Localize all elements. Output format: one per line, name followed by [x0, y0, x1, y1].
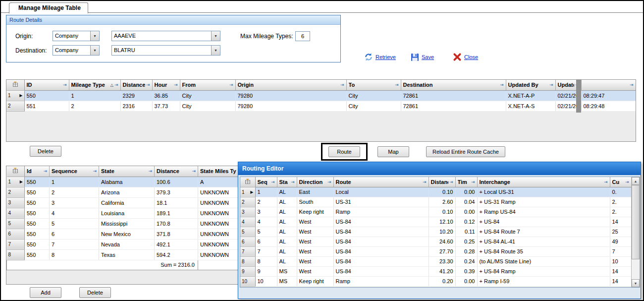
table-row[interactable]: 33ALKeep rightRamp0.100.00+ Ramp US-842.	[240, 207, 631, 217]
table-row[interactable]: 1▶5501232936.85City79280City72861X.NET-A…	[6, 90, 636, 101]
column-header-sequence[interactable]: Sequence⇥	[50, 166, 99, 177]
routing-grid[interactable]: Seq⇥Sta⇥Direction⇥Route⇥Distanc⇥Tim⇥Inte…	[240, 177, 640, 288]
row-selector[interactable]: 7	[7, 239, 25, 249]
table-row[interactable]: 99MSWestUS-8441.200.39+ US-84 Ramp14	[240, 266, 631, 276]
table-row[interactable]: 55ALWestUS-8410.200.11+ US-84 Route 725	[240, 227, 631, 237]
column-header-hour[interactable]: Hour⇥	[152, 80, 180, 90]
column-header-distanc[interactable]: Distanc⇥	[429, 177, 455, 187]
column-header-direction[interactable]: Direction⇥	[297, 177, 333, 187]
column-filter-icon[interactable]: ⇥	[471, 180, 475, 184]
column-filter-icon[interactable]: ⇥	[93, 169, 97, 174]
column-filter-icon[interactable]: ⇥	[340, 82, 344, 87]
row-selector[interactable]: 6	[7, 229, 25, 239]
chevron-down-icon[interactable]: ▼	[90, 46, 99, 55]
column-filter-icon[interactable]: ⇥	[630, 82, 634, 87]
scroll-thumb[interactable]	[632, 185, 640, 259]
column-header-cu[interactable]: Cu⇥	[610, 177, 631, 187]
column-filter-icon[interactable]: ⇥	[395, 82, 399, 87]
close-button[interactable]: Close	[453, 52, 478, 62]
column-header-id[interactable]: ID⇥	[24, 80, 69, 90]
column-filter-icon[interactable]: ⇥	[271, 180, 275, 184]
row-selector[interactable]: 8	[7, 249, 25, 260]
row-selector[interactable]: 2	[240, 197, 255, 207]
column-filter-icon[interactable]: ⇥	[148, 169, 152, 174]
row-selector[interactable]: 2	[6, 101, 24, 111]
grid-selector-header[interactable]	[240, 177, 255, 187]
column-header-updated-by[interactable]: Updated By⇥	[506, 80, 555, 90]
row-selector[interactable]: 1▶	[240, 187, 255, 197]
row-selector[interactable]: 4	[7, 208, 25, 218]
add-button[interactable]: Add	[30, 287, 61, 298]
table-row[interactable]: 25512231637.73City79280City72861X.NET-A-…	[6, 101, 636, 111]
row-selector[interactable]: 6	[240, 237, 255, 246]
row-selector[interactable]: 1▶	[7, 177, 25, 187]
grid-selector-header[interactable]	[7, 166, 25, 177]
reload-route-cache-button[interactable]: Reload Entire Route Cache	[426, 146, 505, 157]
table-row[interactable]: 66ALWestUS-8424.600.25+ US-84 AL-4149	[240, 237, 631, 246]
column-header-blank[interactable]: ⇥	[581, 80, 636, 90]
column-header-mileage-type[interactable]: Mileage Type△⇥	[69, 80, 120, 90]
row-selector[interactable]: 10	[240, 276, 255, 286]
column-filter-icon[interactable]: ⇥	[423, 180, 427, 184]
chevron-down-icon[interactable]: ▼	[211, 46, 220, 55]
destination-code-combo[interactable]: BLATRU ▼	[111, 45, 220, 56]
row-selector[interactable]: 5	[7, 218, 25, 229]
column-filter-icon[interactable]: ⇥	[291, 180, 295, 184]
column-filter-icon[interactable]: ⇥	[625, 180, 629, 184]
chevron-down-icon[interactable]: ▼	[211, 31, 220, 41]
retrieve-button[interactable]: Retrieve	[364, 52, 396, 62]
row-selector[interactable]: 5	[240, 227, 255, 237]
column-filter-icon[interactable]: ⇥	[43, 169, 47, 174]
table-row[interactable]: 44ALWestUS-8412.100.12+ US-8414	[240, 217, 631, 227]
column-header-origin[interactable]: Origin⇥	[235, 80, 346, 90]
column-header-interchange[interactable]: Interchange⇥	[477, 177, 610, 187]
delete-bottom-button[interactable]: Delete	[79, 287, 111, 298]
row-selector[interactable]: 2	[7, 187, 25, 197]
column-header-sta[interactable]: Sta⇥	[277, 177, 297, 187]
origin-type-select[interactable]: Company ▼	[53, 31, 100, 41]
table-row[interactable]: 22ALSouthUS-312.600.04+ US-31 Ramp2.	[240, 197, 631, 207]
vertical-scrollbar[interactable]: ▲ ▼	[631, 177, 640, 287]
map-button[interactable]: Map	[377, 146, 409, 157]
tab-manage-mileage-table[interactable]: Manage Mileage Table	[9, 2, 88, 13]
scroll-up-button[interactable]: ▲	[632, 177, 640, 185]
table-row[interactable]: 88ALWestUS-8423.300.24(to AL/MS State Li…	[240, 256, 631, 266]
column-filter-icon[interactable]: ⇥	[174, 82, 178, 87]
column-header-route[interactable]: Route⇥	[333, 177, 429, 187]
scroll-down-button[interactable]: ▼	[632, 279, 640, 287]
table-row[interactable]: 1010MSKeep rightRamp0.200.00+ Ramp I-591…	[240, 276, 631, 286]
column-header-to[interactable]: To⇥	[346, 80, 401, 90]
row-selector[interactable]: 8	[240, 256, 255, 266]
route-button[interactable]: Route	[328, 146, 360, 157]
table-row[interactable]: 77ALWestUS-8427.700.28+ US-84 Route 357	[240, 246, 631, 256]
column-filter-icon[interactable]: ⇥	[449, 180, 453, 184]
column-header-destination[interactable]: Destination⇥	[401, 80, 506, 90]
grid-selector-header[interactable]	[6, 80, 24, 90]
column-filter-icon[interactable]: ⇥	[549, 82, 553, 87]
column-header-distance[interactable]: Distance⇥	[120, 80, 152, 90]
column-filter-icon[interactable]: ⇥	[500, 82, 504, 87]
mileage-grid[interactable]: ID⇥Mileage Type△⇥Distance⇥Hour⇥From⇥Orig…	[6, 79, 636, 142]
column-filter-icon[interactable]: ⇥	[114, 82, 118, 87]
column-filter-icon[interactable]: ⇥	[229, 82, 233, 87]
row-selector[interactable]: 4	[240, 217, 255, 227]
save-button[interactable]: Save	[411, 52, 434, 62]
delete-top-button[interactable]: Delete	[30, 146, 61, 157]
row-selector[interactable]: 9	[240, 266, 255, 276]
column-filter-icon[interactable]: ⇥	[192, 169, 196, 174]
row-selector[interactable]: 3	[7, 197, 25, 208]
column-header-from[interactable]: From⇥	[180, 80, 235, 90]
chevron-down-icon[interactable]: ▼	[90, 31, 99, 41]
table-row[interactable]: 1▶1ALEastLocal0.100.00+ Local US-310.	[240, 187, 631, 197]
column-header-tim[interactable]: Tim⇥	[455, 177, 477, 187]
column-filter-icon[interactable]: ⇥	[63, 82, 67, 87]
routing-editor-titlebar[interactable]: Routing Editor	[238, 162, 641, 175]
column-filter-icon[interactable]: ⇥	[327, 180, 331, 184]
row-selector[interactable]: 1▶	[6, 90, 24, 101]
max-mileage-input[interactable]	[295, 31, 310, 41]
column-header-seq[interactable]: Seq⇥	[255, 177, 277, 187]
column-header-state[interactable]: State⇥	[99, 166, 155, 177]
destination-type-select[interactable]: Company ▼	[53, 45, 100, 56]
column-filter-icon[interactable]: ⇥	[604, 180, 608, 184]
row-selector[interactable]: 7	[240, 246, 255, 256]
